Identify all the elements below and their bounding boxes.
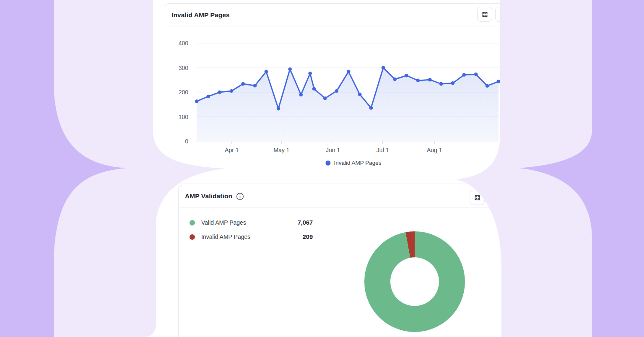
page-title: AMP Validation (185, 192, 232, 200)
invalid-amp-pages-card: Invalid AMP Pages (165, 3, 509, 183)
svg-text:Apr 1: Apr 1 (225, 147, 239, 153)
expand-icon (481, 11, 488, 18)
decorative-hero-canvas: Invalid AMP Pages (0, 0, 644, 337)
svg-text:200: 200 (179, 89, 189, 96)
svg-text:May 1: May 1 (273, 147, 289, 153)
invalid-amp-pages-card-header: Invalid AMP Pages (165, 4, 508, 26)
invalid-label: Invalid AMP Pages (201, 233, 250, 240)
amp-validation-card-header: AMP Validation (179, 185, 509, 207)
svg-text:300: 300 (179, 65, 189, 71)
svg-text:Jun 1: Jun 1 (326, 147, 340, 153)
svg-text:400: 400 (179, 40, 189, 47)
pin-icon (499, 11, 506, 18)
pin-button[interactable] (495, 7, 510, 22)
invalid-amp-pages-area-chart: 0100200300400Apr 1May 1Jun 1Jul 1Aug 1 (165, 26, 509, 156)
dark-purple-shape-left (0, 0, 127, 337)
chart-legend: Invalid AMP Pages (325, 160, 381, 166)
svg-text:Jul 1: Jul 1 (377, 147, 389, 153)
stat-row-invalid: Invalid AMP Pages 209 (190, 231, 313, 242)
invalid-value: 209 (303, 233, 313, 240)
invalid-dot (190, 234, 195, 240)
svg-text:Aug 1: Aug 1 (427, 147, 442, 153)
svg-text:0: 0 (185, 138, 188, 145)
legend-label: Invalid AMP Pages (334, 160, 381, 166)
stat-row-valid: Valid AMP Pages 7,067 (190, 217, 313, 228)
valid-value: 7,067 (298, 219, 313, 226)
info-icon[interactable] (236, 192, 244, 200)
legend-dot (325, 161, 330, 166)
amp-validation-card: AMP Validation (178, 185, 509, 337)
valid-dot (190, 220, 195, 226)
expand-button[interactable] (470, 190, 485, 205)
donut-legend-stats: Valid AMP Pages 7,067 Invalid AMP Pages … (190, 217, 313, 242)
page-title: Invalid AMP Pages (171, 11, 230, 19)
donut-hole (390, 257, 439, 306)
amp-validation-donut-chart (364, 231, 465, 332)
expand-button[interactable] (477, 7, 492, 22)
valid-label: Valid AMP Pages (201, 219, 246, 226)
expand-icon (474, 194, 481, 201)
dark-purple-shape-right (519, 0, 644, 337)
svg-text:100: 100 (179, 114, 189, 120)
